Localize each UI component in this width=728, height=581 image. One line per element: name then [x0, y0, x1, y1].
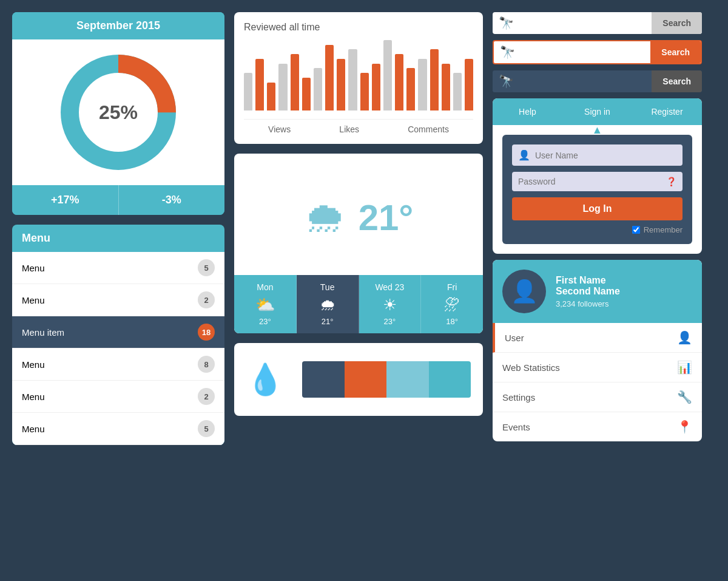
- profile-menu-settings[interactable]: Settings 🔧: [493, 382, 702, 412]
- login-box: 👤 ❓ Log In Remember: [502, 135, 692, 244]
- profile-card: 👤 First Name Second Name 3,234 followers…: [493, 260, 702, 441]
- calendar-footer: +17% -3%: [12, 185, 224, 215]
- profile-followers: 3,234 followers: [556, 299, 620, 308]
- stat-negative: -3%: [119, 185, 225, 215]
- chart-label-views: Views: [268, 124, 291, 134]
- bar-13: [395, 54, 403, 110]
- menu-item-1[interactable]: Menu 5: [12, 252, 224, 284]
- weather-main: 🌧 21°: [234, 154, 483, 275]
- binoculars-icon-1: 🔭: [499, 16, 514, 30]
- bar-8: [337, 59, 345, 110]
- settings-menu-icon: 🔧: [677, 390, 692, 404]
- bar-7: [325, 45, 334, 110]
- bar-11: [372, 64, 380, 110]
- menu-title: Menu: [12, 225, 224, 252]
- menu-item-4[interactable]: Menu 8: [12, 348, 224, 381]
- profile-menu-user[interactable]: User 👤: [493, 323, 702, 353]
- weather-main-temp: 21°: [359, 197, 414, 239]
- menu-item-6[interactable]: Menu 5: [12, 413, 224, 445]
- tab-signin[interactable]: Sign in: [562, 104, 632, 119]
- search-bar-3: 🔭 Search: [493, 70, 702, 92]
- calendar-body: 25%: [12, 39, 224, 185]
- search-bar-1: 🔭 Search: [493, 12, 702, 34]
- login-button[interactable]: Log In: [512, 197, 682, 220]
- bar-12: [383, 40, 392, 110]
- menu-item-3[interactable]: Menu item 18: [12, 316, 224, 348]
- username-field: 👤: [512, 144, 682, 166]
- user-menu-icon: 👤: [677, 330, 692, 345]
- menu-item-2[interactable]: Menu 2: [12, 284, 224, 316]
- tab-help[interactable]: Help: [493, 104, 562, 119]
- binoculars-icon-2: 🔭: [500, 45, 515, 59]
- bar-6: [314, 68, 322, 110]
- swatch-3: [429, 361, 471, 398]
- password-field: ❓: [512, 172, 682, 191]
- profile-name2: Second Name: [556, 286, 620, 297]
- weather-day-wed[interactable]: Wed 23 ☀ 23°: [359, 275, 422, 333]
- stats-menu-icon: 📊: [677, 360, 692, 375]
- chart-label-comments: Comments: [408, 124, 449, 134]
- bar-4: [291, 54, 299, 110]
- bar-2: [267, 83, 275, 110]
- events-menu-icon: 📍: [677, 420, 692, 434]
- remember-label: Remember: [644, 225, 682, 234]
- search-input-2[interactable]: [520, 47, 644, 57]
- weather-day-mon[interactable]: Mon ⛅ 23°: [234, 275, 297, 333]
- chart-title: Reviewed all time: [244, 22, 473, 33]
- donut-percent: 25%: [99, 101, 138, 124]
- right-column: 🔭 Search 🔭 Search 🔭 Search Help Sign in …: [493, 12, 702, 441]
- search-button-1[interactable]: Search: [652, 12, 702, 34]
- swatch-2: [386, 361, 429, 398]
- remember-row: Remember: [512, 225, 682, 234]
- left-column: September 2015 25% +17% -3% Menu: [12, 12, 224, 445]
- swatch-1: [345, 361, 387, 398]
- search-button-2[interactable]: Search: [650, 41, 701, 63]
- chart-labels: Views Likes Comments: [244, 119, 473, 134]
- weather-footer: Mon ⛅ 23° Tue 🌧 21° Wed 23 ☀ 23° Fri ⛈ 1…: [234, 275, 483, 333]
- menu-item-5[interactable]: Menu 2: [12, 381, 224, 413]
- bar-10: [360, 73, 369, 110]
- weather-card: 🌧 21° Mon ⛅ 23° Tue 🌧 21° Wed 23 ☀ 23° F…: [234, 154, 483, 333]
- chart-card: Reviewed all time Views Likes Comments: [234, 12, 483, 144]
- donut-chart: 25%: [58, 52, 179, 173]
- password-input[interactable]: [518, 177, 661, 186]
- swatch-0: [302, 361, 345, 398]
- menu-card: Menu Menu 5 Menu 2 Menu item 18 Menu 8 M…: [12, 225, 224, 445]
- bar-15: [418, 59, 426, 110]
- calendar-title: September 2015: [76, 19, 160, 32]
- bar-3: [278, 64, 287, 110]
- chart-label-likes: Likes: [339, 124, 359, 134]
- search-input-3[interactable]: [519, 76, 645, 86]
- remember-checkbox[interactable]: [632, 226, 640, 234]
- search-button-3[interactable]: Search: [652, 70, 702, 92]
- weather-main-icon: 🌧: [304, 193, 346, 242]
- bar-5: [302, 78, 311, 110]
- binoculars-icon-3: 🔭: [499, 74, 514, 89]
- bar-14: [406, 68, 415, 110]
- profile-name1: First Name: [556, 275, 620, 286]
- bar-19: [465, 59, 473, 110]
- help-icon: ❓: [666, 177, 676, 186]
- tab-register[interactable]: Register: [632, 104, 702, 119]
- bar-17: [442, 64, 450, 110]
- bar-9: [348, 49, 357, 110]
- weather-day-tue[interactable]: Tue 🌧 21°: [297, 275, 359, 333]
- user-icon: 👤: [518, 149, 530, 161]
- profile-menu-stats[interactable]: Web Statistics 📊: [493, 353, 702, 382]
- weather-day-fri[interactable]: Fri ⛈ 18°: [421, 275, 483, 333]
- calendar-card: September 2015 25% +17% -3%: [12, 12, 224, 215]
- bar-chart: [244, 40, 473, 113]
- calendar-header: September 2015: [12, 12, 224, 39]
- avatar: 👤: [502, 270, 546, 313]
- profile-menu-events[interactable]: Events 📍: [493, 412, 702, 441]
- search-bar-2: 🔭 Search: [493, 40, 702, 64]
- search-input-1[interactable]: [519, 18, 645, 28]
- username-input[interactable]: [535, 151, 676, 160]
- bar-18: [453, 73, 462, 110]
- nav-tabs: Help Sign in Register: [493, 98, 702, 125]
- color-swatches: [302, 361, 471, 398]
- nav-login-card: Help Sign in Register 👤 ❓ Log In Remembe…: [493, 98, 702, 254]
- profile-header: 👤 First Name Second Name 3,234 followers: [493, 260, 702, 323]
- bar-0: [244, 73, 252, 110]
- swatch-card: 💧: [234, 343, 483, 416]
